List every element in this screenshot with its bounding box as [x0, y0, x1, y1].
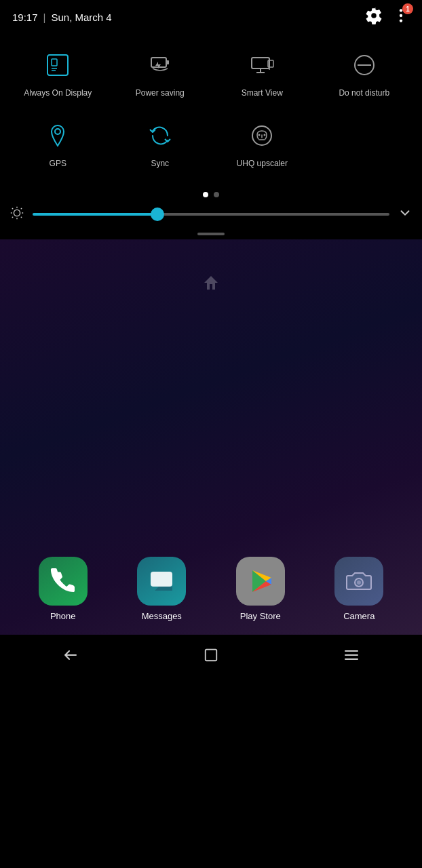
- dock-item-phone[interactable]: Phone: [39, 557, 88, 621]
- messages-app-icon: [137, 557, 186, 606]
- tile-gps[interactable]: GPS: [7, 108, 109, 179]
- camera-icon: [345, 568, 372, 595]
- time-display: 19:17: [12, 12, 38, 23]
- camera-app-icon: [334, 557, 383, 606]
- uhq-label: UHQ upscaler: [237, 159, 288, 170]
- tile-power-saving[interactable]: Power saving: [109, 38, 212, 108]
- pagination-dot-0: [203, 192, 208, 197]
- svg-rect-4: [52, 59, 57, 66]
- tile-sync[interactable]: Sync: [109, 108, 212, 179]
- back-button[interactable]: [50, 635, 91, 675]
- svg-rect-29: [206, 650, 217, 661]
- svg-rect-22: [151, 572, 172, 587]
- tile-always-on-display[interactable]: Always On Display: [7, 38, 109, 108]
- sun-icon: [9, 205, 24, 220]
- tile-uhq[interactable]: UHQ upscaler: [211, 108, 313, 179]
- dock: Phone Messages Play Store: [0, 557, 422, 621]
- status-bar: 19:17 | Sun, March 4 1: [0, 0, 422, 31]
- svg-point-16: [55, 129, 60, 134]
- brightness-icon: [9, 205, 24, 223]
- do-not-disturb-label: Do not disturb: [339, 88, 389, 99]
- uhq-icon-wrap: [244, 118, 280, 153]
- messages-label: Messages: [142, 611, 182, 621]
- always-on-display-icon-wrap: [40, 47, 75, 83]
- playstore-app-icon: [236, 557, 285, 606]
- pagination-dots: [0, 185, 422, 203]
- sync-icon: [147, 123, 173, 149]
- home-indicator-icon: [202, 273, 220, 292]
- drag-handle-bar: [197, 233, 225, 235]
- svg-rect-3: [47, 55, 68, 75]
- recents-icon: [204, 648, 218, 663]
- uhq-icon: [249, 123, 275, 149]
- brightness-slider[interactable]: [33, 213, 389, 216]
- svg-point-21: [264, 134, 266, 136]
- always-on-display-icon: [45, 52, 71, 78]
- power-saving-icon: [147, 52, 173, 78]
- camera-label: Camera: [343, 611, 375, 621]
- tile-do-not-disturb[interactable]: Do not disturb: [313, 38, 416, 108]
- smart-view-icon-wrap: [244, 47, 280, 83]
- pagination-dot-1: [214, 192, 219, 197]
- settings-icon: [365, 7, 383, 24]
- status-divider: |: [43, 12, 46, 23]
- power-saving-icon-wrap: [142, 47, 178, 83]
- brightness-row: [0, 203, 422, 230]
- svg-rect-9: [252, 58, 269, 68]
- brightness-thumb: [151, 208, 164, 221]
- power-saving-label: Power saving: [136, 88, 185, 99]
- always-on-display-label: Always On Display: [24, 88, 92, 99]
- svg-point-20: [258, 134, 261, 136]
- messages-icon: [148, 568, 175, 595]
- status-left: 19:17 | Sun, March 4: [12, 12, 112, 23]
- brightness-expand-button[interactable]: [398, 205, 413, 223]
- menu-button[interactable]: [331, 635, 372, 675]
- menu-icon-wrap[interactable]: 1: [392, 7, 410, 27]
- home-indicator: [202, 273, 220, 295]
- dock-item-camera[interactable]: Camera: [334, 557, 383, 621]
- back-icon: [62, 647, 79, 663]
- phone-app-icon: [39, 557, 88, 606]
- svg-point-2: [400, 19, 402, 22]
- drag-handle[interactable]: [0, 230, 422, 239]
- quick-tiles-row1: Always On Display Power saving: [0, 31, 422, 108]
- sync-icon-wrap: [142, 118, 178, 153]
- phone-icon: [50, 568, 77, 595]
- gps-label: GPS: [50, 159, 66, 170]
- quick-tiles-row2: GPS Sync: [0, 108, 422, 186]
- tile-empty: [313, 108, 416, 179]
- notification-panel: 19:17 | Sun, March 4 1: [0, 0, 422, 239]
- recents-button[interactable]: [191, 635, 231, 675]
- playstore-icon: [247, 568, 274, 595]
- menu-nav-icon: [343, 647, 360, 663]
- dock-item-messages[interactable]: Messages: [137, 557, 186, 621]
- smart-view-icon: [249, 52, 275, 78]
- settings-icon-wrap[interactable]: [365, 7, 383, 27]
- home-screen: Phone Messages Play Store: [0, 239, 422, 635]
- phone-label: Phone: [50, 611, 76, 621]
- sync-label: Sync: [151, 159, 169, 170]
- date-display: Sun, March 4: [51, 12, 111, 23]
- smart-view-label: Smart View: [242, 88, 283, 99]
- nav-bar: [0, 635, 422, 675]
- dock-item-playstore[interactable]: Play Store: [236, 557, 285, 621]
- gps-icon-wrap: [40, 118, 75, 153]
- playstore-label: Play Store: [240, 611, 281, 621]
- do-not-disturb-icon-wrap: [347, 47, 382, 83]
- svg-point-28: [357, 580, 361, 585]
- svg-rect-8: [166, 60, 169, 64]
- chevron-down-icon: [398, 205, 413, 220]
- svg-point-1: [400, 14, 402, 17]
- tile-smart-view[interactable]: Smart View: [211, 38, 313, 108]
- notification-badge: 1: [402, 3, 413, 14]
- do-not-disturb-icon: [351, 52, 377, 78]
- status-right: 1: [365, 7, 410, 27]
- gps-icon: [45, 123, 71, 149]
